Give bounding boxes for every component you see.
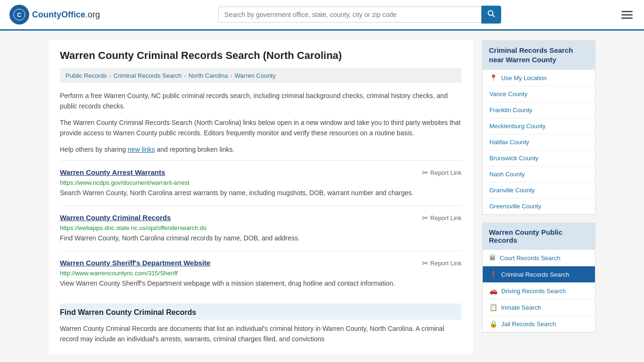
pub-jail-label: Jail Records Search <box>501 321 556 328</box>
logo-icon: C <box>9 5 29 25</box>
report-label-2: Report Link <box>430 214 462 222</box>
sidebar-pub-court[interactable]: 🏛 Court Records Search <box>483 250 595 266</box>
sidebar-pub-criminal[interactable]: ❗ Criminal Records Search <box>483 266 595 283</box>
county-mecklenburg: Mecklenburg County <box>489 123 545 130</box>
county-franklin: Franklin County <box>489 107 532 114</box>
menu-bar-1 <box>621 11 633 12</box>
county-halifax: Halifax County <box>489 139 529 146</box>
breadcrumb-nc[interactable]: North Carolina <box>189 72 228 79</box>
logo-text: CountyOffice.org <box>32 10 100 20</box>
pub-driving-label: Driving Records Search <box>501 288 566 295</box>
location-pin-icon: 📍 <box>489 74 497 82</box>
sidebar-item-granville[interactable]: Granville County <box>483 182 595 198</box>
sidebar-nearby-list: 📍 Use My Location Vance County Franklin … <box>482 70 595 215</box>
desc2: The Warren County Criminal Records Searc… <box>60 117 462 139</box>
record-desc-3: View Warren County Sheriff's Department … <box>60 279 462 288</box>
sidebar: Criminal Records Search near Warren Coun… <box>482 40 595 354</box>
sidebar-item-franklin[interactable]: Franklin County <box>483 102 595 118</box>
record-url-3[interactable]: http://www.warrencountync.com/315/Sherif… <box>60 270 462 277</box>
desc1: Perform a free Warren County, NC public … <box>60 90 462 112</box>
record-title-3[interactable]: Warren County Sheriff's Department Websi… <box>60 259 210 267</box>
pub-criminal-label: Criminal Records Search <box>501 271 570 278</box>
desc3-post: and reporting broken links. <box>155 146 235 153</box>
sidebar-pub-section: Warren County Public Records 🏛 Court Rec… <box>482 222 595 333</box>
jail-icon: 🔒 <box>489 320 497 328</box>
report-link-1[interactable]: ✂ Report Link <box>422 168 462 177</box>
find-desc: Warren County Criminal Records are docum… <box>60 323 462 345</box>
logo-name: CountyOffice <box>32 10 85 19</box>
record-entry-3: Warren County Sheriff's Department Websi… <box>60 251 462 296</box>
record-desc-2: Find Warren County, North Carolina crimi… <box>60 233 462 243</box>
criminal-icon: ❗ <box>489 271 497 278</box>
main-container: Warren County Criminal Records Search (N… <box>39 31 605 362</box>
desc3: Help others by sharing new links and rep… <box>60 144 462 155</box>
record-url-1[interactable]: https://www.ncdps.gov/document/warrant-a… <box>60 179 462 186</box>
sidebar-item-use-location[interactable]: 📍 Use My Location <box>483 70 595 86</box>
page-title: Warren County Criminal Records Search (N… <box>60 49 462 62</box>
sidebar-nearby-section: Criminal Records Search near Warren Coun… <box>482 40 595 215</box>
report-icon-1: ✂ <box>422 168 428 177</box>
breadcrumb-warren[interactable]: Warren County <box>235 72 276 79</box>
sep1: › <box>109 72 111 79</box>
content-area: Warren County Criminal Records Search (N… <box>49 40 473 354</box>
sidebar-pub-title: Warren County Public Records <box>482 222 595 250</box>
breadcrumb: Public Records › Criminal Records Search… <box>60 68 462 83</box>
inmate-icon: 📋 <box>489 304 497 311</box>
search-input[interactable] <box>218 7 481 23</box>
sidebar-pub-driving[interactable]: 🚗 Driving Records Search <box>483 283 595 299</box>
county-vance: Vance County <box>489 90 528 98</box>
use-location-link[interactable]: 📍 Use My Location <box>483 70 595 86</box>
record-title-1[interactable]: Warren County Arrest Warrants <box>60 168 165 176</box>
pub-court-label: Court Records Search <box>500 255 561 262</box>
svg-point-2 <box>488 11 493 16</box>
sidebar-pub-inmate[interactable]: 📋 Inmate Search <box>483 299 595 316</box>
court-icon: 🏛 <box>489 254 496 262</box>
sidebar-item-greensville[interactable]: Greensville County <box>483 198 595 214</box>
record-url-2[interactable]: https://webapps.doc.state.nc.us/opi/offe… <box>60 224 462 231</box>
record-entry-2: Warren County Criminal Records ✂ Report … <box>60 206 462 251</box>
use-location-label: Use My Location <box>501 74 547 82</box>
county-brunswick: Brunswick County <box>489 155 538 162</box>
breadcrumb-criminal-records[interactable]: Criminal Records Search <box>114 72 182 79</box>
logo-suffix: .org <box>85 10 100 19</box>
record-title-2[interactable]: Warren County Criminal Records <box>60 214 171 222</box>
sidebar-item-mecklenburg[interactable]: Mecklenburg County <box>483 118 595 134</box>
find-section-header: Find Warren County Criminal Records <box>60 304 462 320</box>
sidebar-item-brunswick[interactable]: Brunswick County <box>483 150 595 166</box>
record-header-2: Warren County Criminal Records ✂ Report … <box>60 214 462 222</box>
sidebar-item-nash[interactable]: Nash County <box>483 166 595 182</box>
record-desc-1: Search Warren County, North Carolina arr… <box>60 188 462 198</box>
sidebar-pub-jail[interactable]: 🔒 Jail Records Search <box>483 316 595 332</box>
report-icon-3: ✂ <box>422 259 428 268</box>
search-area <box>218 6 501 24</box>
record-entry-1: Warren County Arrest Warrants ✂ Report L… <box>60 160 462 206</box>
menu-bar-2 <box>621 14 633 16</box>
search-button[interactable] <box>481 6 501 24</box>
breadcrumb-public-records[interactable]: Public Records <box>66 72 107 79</box>
sep2: › <box>184 72 186 79</box>
county-greensville: Greensville County <box>489 203 541 210</box>
report-icon-2: ✂ <box>422 214 428 222</box>
new-links-link[interactable]: new links <box>128 146 155 153</box>
report-label-3: Report Link <box>430 260 462 267</box>
driving-icon: 🚗 <box>489 287 497 295</box>
report-link-3[interactable]: ✂ Report Link <box>422 259 462 268</box>
sidebar-item-vance[interactable]: Vance County <box>483 86 595 102</box>
record-header-1: Warren County Arrest Warrants ✂ Report L… <box>60 168 462 177</box>
desc3-pre: Help others by sharing <box>60 146 128 153</box>
header: C CountyOffice.org <box>0 0 644 31</box>
svg-text:C: C <box>17 11 22 18</box>
report-label-1: Report Link <box>430 169 462 176</box>
record-header-3: Warren County Sheriff's Department Websi… <box>60 259 462 268</box>
pub-inmate-label: Inmate Search <box>501 304 541 311</box>
menu-button[interactable] <box>619 9 635 21</box>
menu-bar-3 <box>621 17 633 19</box>
county-nash: Nash County <box>489 171 525 178</box>
sidebar-nearby-title: Criminal Records Search near Warren Coun… <box>482 40 595 70</box>
find-section-title: Find Warren County Criminal Records <box>60 308 462 317</box>
county-granville: Granville County <box>489 187 535 194</box>
sidebar-item-halifax[interactable]: Halifax County <box>483 134 595 150</box>
sidebar-pub-list: 🏛 Court Records Search ❗ Criminal Record… <box>482 250 595 333</box>
logo-area[interactable]: C CountyOffice.org <box>9 5 100 25</box>
report-link-2[interactable]: ✂ Report Link <box>422 214 462 222</box>
